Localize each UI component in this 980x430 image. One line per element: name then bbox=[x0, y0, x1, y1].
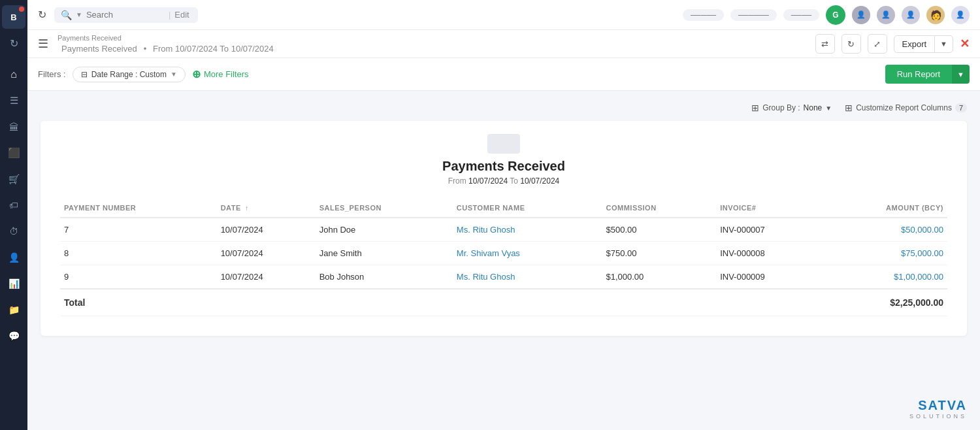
report-date-from: 10/07/2024 bbox=[468, 176, 508, 186]
plus-icon: ⊕ bbox=[192, 68, 201, 80]
cell-sales-2: Bob Johson bbox=[316, 265, 453, 289]
sidebar-refresh[interactable]: ↻ bbox=[2, 31, 25, 55]
page-title: Payments Received • From 10/07/2024 To 1… bbox=[57, 42, 815, 54]
cell-date-2: 10/07/2024 bbox=[217, 265, 316, 289]
report-card: Payments Received From 10/07/2024 To 10/… bbox=[41, 121, 967, 336]
col-payment-number: PAYMENT NUMBER bbox=[60, 199, 217, 218]
dropdown-arrow[interactable]: ▼ bbox=[76, 11, 82, 18]
refresh-icon[interactable]: ↻ bbox=[38, 8, 46, 21]
cell-invoice-1: INV-000008 bbox=[716, 242, 819, 265]
subheader: ☰ Payments Received Payments Received • … bbox=[27, 30, 980, 58]
cell-payment-1: 8 bbox=[60, 242, 217, 265]
date-range-label: Date Range : Custom bbox=[91, 70, 167, 79]
filter-label: Filters : bbox=[38, 69, 66, 79]
content-area: ⊞ Group By : None ▼ ⊞ Customize Report C… bbox=[27, 91, 980, 430]
search-icon: 🔍 bbox=[61, 10, 72, 20]
cell-commission-0: $500.00 bbox=[602, 218, 717, 242]
filter-icon: ⊟ bbox=[81, 70, 88, 79]
cell-sales-0: John Doe bbox=[316, 218, 453, 242]
sidebar-item-tag[interactable]: 🏷 bbox=[2, 193, 25, 217]
close-button[interactable]: ✕ bbox=[960, 37, 970, 51]
share-btn[interactable]: ⤢ bbox=[868, 34, 887, 54]
export-button[interactable]: Export ▼ bbox=[894, 35, 953, 53]
sidebar-item-chat[interactable]: 💬 bbox=[2, 324, 25, 348]
run-report-button[interactable]: Run Report bbox=[885, 65, 952, 84]
search-input[interactable] bbox=[86, 10, 165, 20]
cell-invoice-0: INV-000007 bbox=[716, 218, 819, 242]
cell-amount-1[interactable]: $75,000.00 bbox=[819, 242, 947, 265]
edit-label[interactable]: Edit bbox=[174, 10, 189, 20]
sidebar-item-person[interactable]: 👤 bbox=[2, 246, 25, 269]
avatar-gray-1[interactable]: 👤 bbox=[852, 6, 870, 24]
total-amount: $2,25,000.00 bbox=[819, 289, 947, 316]
sidebar-logo[interactable]: B bbox=[2, 5, 25, 29]
col-invoice: INVOICE# bbox=[716, 199, 819, 218]
avatar-gray-3[interactable]: 👤 bbox=[902, 6, 920, 24]
cell-amount-0[interactable]: $50,000.00 bbox=[819, 218, 947, 242]
report-date-to: 10/07/2024 bbox=[520, 176, 559, 186]
table-row: 7 10/07/2024 John Doe Ms. Ritu Ghosh $50… bbox=[60, 218, 947, 242]
sidebar: B ↻ ⌂ ☰ 🏛 ⬛ 🛒 🏷 ⏱ 👤 📊 📁 💬 bbox=[0, 0, 27, 430]
report-table: PAYMENT NUMBER DATE ↑ SALES_PERSON CUSTO… bbox=[60, 199, 947, 316]
refresh-report-btn[interactable]: ↻ bbox=[841, 34, 861, 54]
menu-toggle-icon[interactable]: ☰ bbox=[38, 37, 48, 51]
cell-payment-2: 9 bbox=[60, 265, 217, 289]
avatar-profile[interactable]: 🧑 bbox=[926, 6, 945, 24]
brand-name: SATVA bbox=[918, 398, 967, 413]
cell-customer-0[interactable]: Ms. Ritu Ghosh bbox=[453, 218, 602, 242]
sidebar-item-building[interactable]: 🏛 bbox=[2, 115, 25, 139]
sidebar-item-menu[interactable]: ☰ bbox=[2, 89, 25, 112]
sidebar-item-cart[interactable]: 🛒 bbox=[2, 167, 25, 191]
export-dropdown-arrow[interactable]: ▼ bbox=[935, 37, 953, 51]
filter-settings-btn[interactable]: ⇄ bbox=[815, 34, 835, 54]
breadcrumb-top: Payments Received bbox=[57, 34, 815, 42]
nav-pill-1[interactable]: ───── bbox=[683, 9, 724, 21]
cell-commission-1: $750.00 bbox=[602, 242, 717, 265]
run-report-dropdown[interactable]: ▼ bbox=[952, 65, 970, 84]
table-row: 8 10/07/2024 Jane Smith Mr. Shivam Vyas … bbox=[60, 242, 947, 265]
total-label: Total bbox=[60, 289, 819, 316]
export-label[interactable]: Export bbox=[894, 36, 936, 52]
brand-sub: SOLUTIONS bbox=[909, 413, 967, 420]
avatar-extra[interactable]: 👤 bbox=[951, 6, 970, 24]
sidebar-item-box[interactable]: ⬛ bbox=[2, 141, 25, 165]
sidebar-item-chart[interactable]: 📊 bbox=[2, 272, 25, 295]
group-by-control[interactable]: ⊞ Group By : None ▼ bbox=[751, 103, 832, 113]
date-range-chevron: ▼ bbox=[171, 71, 177, 78]
table-row: 9 10/07/2024 Bob Johson Ms. Ritu Ghosh $… bbox=[60, 265, 947, 289]
main-content: ↻ 🔍 ▼ | Edit ───── ────── ──── G 👤 👤 👤 🧑… bbox=[27, 0, 980, 430]
sidebar-item-home[interactable]: ⌂ bbox=[2, 63, 25, 86]
col-date[interactable]: DATE ↑ bbox=[217, 199, 316, 218]
report-title: Payments Received bbox=[60, 159, 947, 174]
breadcrumb-area: Payments Received Payments Received • Fr… bbox=[57, 34, 815, 54]
customize-columns-button[interactable]: ⊞ Customize Report Columns 7 bbox=[845, 103, 967, 113]
cell-date-0: 10/07/2024 bbox=[217, 218, 316, 242]
group-by-label: Group By : bbox=[762, 103, 800, 112]
cell-amount-2[interactable]: $1,00,000.00 bbox=[819, 265, 947, 289]
logo-placeholder-box bbox=[487, 134, 520, 154]
date-range-filter[interactable]: ⊟ Date Range : Custom ▼ bbox=[73, 67, 186, 82]
customize-label: Customize Report Columns bbox=[856, 103, 952, 112]
more-filters-button[interactable]: ⊕ More Filters bbox=[192, 68, 249, 80]
avatar-green[interactable]: G bbox=[826, 5, 845, 25]
cell-customer-1[interactable]: Mr. Shivam Vyas bbox=[453, 242, 602, 265]
sidebar-item-folder[interactable]: 📁 bbox=[2, 298, 25, 322]
report-date-range: From 10/07/2024 To 10/07/2024 bbox=[60, 176, 947, 186]
avatar-gray-2[interactable]: 👤 bbox=[877, 6, 895, 24]
report-logo bbox=[60, 134, 947, 154]
col-commission: COMMISSION bbox=[602, 199, 717, 218]
cell-date-1: 10/07/2024 bbox=[217, 242, 316, 265]
cell-invoice-2: INV-000009 bbox=[716, 265, 819, 289]
topbar: ↻ 🔍 ▼ | Edit ───── ────── ──── G 👤 👤 👤 🧑… bbox=[27, 0, 980, 30]
nav-pill-3[interactable]: ──── bbox=[783, 9, 819, 21]
group-by-chevron: ▼ bbox=[825, 105, 832, 112]
group-by-icon: ⊞ bbox=[751, 103, 759, 113]
group-by-value: None bbox=[804, 103, 823, 112]
cell-customer-2[interactable]: Ms. Ritu Ghosh bbox=[453, 265, 602, 289]
report-options-bar: ⊞ Group By : None ▼ ⊞ Customize Report C… bbox=[41, 97, 967, 118]
nav-pill-2[interactable]: ────── bbox=[730, 9, 777, 21]
branding: SATVA SOLUTIONS bbox=[909, 398, 967, 420]
subheader-actions: ⇄ ↻ ⤢ Export ▼ ✕ bbox=[815, 34, 970, 54]
sidebar-item-clock[interactable]: ⏱ bbox=[2, 220, 25, 243]
search-bar: 🔍 ▼ | Edit bbox=[54, 7, 198, 23]
